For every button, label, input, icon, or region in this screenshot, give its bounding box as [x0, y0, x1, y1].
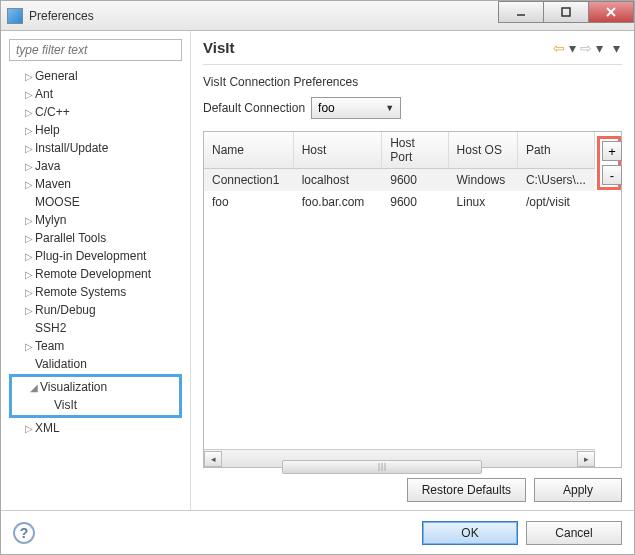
scrollbar-thumb[interactable] — [282, 460, 482, 474]
remove-connection-button[interactable]: - — [602, 165, 622, 185]
tree-item-label: General — [35, 69, 78, 83]
sidebar: ▷General▷Ant▷C/C++▷Help▷Install/Update▷J… — [1, 31, 191, 510]
tree-item-label: XML — [35, 421, 60, 435]
tree-item-c-c-[interactable]: ▷C/C++ — [9, 103, 182, 121]
tree-item-java[interactable]: ▷Java — [9, 157, 182, 175]
cell-os: Windows — [448, 169, 517, 192]
tree-item-label: Remote Systems — [35, 285, 126, 299]
nav-forward-icon[interactable]: ⇨ — [580, 40, 592, 56]
window-title: Preferences — [29, 9, 94, 23]
default-connection-label: Default Connection — [203, 101, 305, 115]
nav-forward-menu[interactable]: ▾ — [596, 40, 603, 56]
arrow-collapsed-icon: ▷ — [23, 107, 35, 118]
cell-port: 9600 — [382, 169, 448, 192]
cell-host: foo.bar.com — [293, 191, 382, 213]
tree-item-general[interactable]: ▷General — [9, 67, 182, 85]
tree-item-label: Visualization — [40, 380, 107, 394]
cell-name: foo — [204, 191, 293, 213]
cell-port: 9600 — [382, 191, 448, 213]
tree-item-label: SSH2 — [35, 321, 66, 335]
tree-item-label: Validation — [35, 357, 87, 371]
col-host[interactable]: Host — [293, 132, 382, 169]
default-connection-value: foo — [318, 101, 335, 115]
filter-input[interactable] — [9, 39, 182, 61]
connections-table: Name Host Host Port Host OS Path Connect… — [203, 131, 622, 468]
tree-item-maven[interactable]: ▷Maven — [9, 175, 182, 193]
add-connection-button[interactable]: + — [602, 141, 622, 161]
help-icon[interactable]: ? — [13, 522, 35, 544]
arrow-collapsed-icon: ▷ — [23, 71, 35, 82]
tree-item-label: Java — [35, 159, 60, 173]
arrow-expanded-icon: ◢ — [28, 382, 40, 393]
col-name[interactable]: Name — [204, 132, 293, 169]
maximize-button[interactable] — [543, 1, 589, 23]
preferences-tree[interactable]: ▷General▷Ant▷C/C++▷Help▷Install/Update▷J… — [9, 67, 182, 437]
col-os[interactable]: Host OS — [448, 132, 517, 169]
bottom-bar: ? OK Cancel — [1, 510, 634, 554]
tree-item-label: Plug-in Development — [35, 249, 146, 263]
tree-item-help[interactable]: ▷Help — [9, 121, 182, 139]
cell-os: Linux — [448, 191, 517, 213]
tree-item-label: Remote Development — [35, 267, 151, 281]
tree-item-label: Maven — [35, 177, 71, 191]
table-row[interactable]: Connection1localhost9600WindowsC:\Users\… — [204, 169, 595, 192]
arrow-collapsed-icon: ▷ — [23, 423, 35, 434]
tree-item-label: MOOSE — [35, 195, 80, 209]
tree-item-label: Parallel Tools — [35, 231, 106, 245]
tree-item-label: Ant — [35, 87, 53, 101]
arrow-collapsed-icon: ▷ — [23, 305, 35, 316]
tree-item-parallel-tools[interactable]: ▷Parallel Tools — [9, 229, 182, 247]
tree-item-remote-systems[interactable]: ▷Remote Systems — [9, 283, 182, 301]
arrow-collapsed-icon: ▷ — [23, 341, 35, 352]
tree-item-xml[interactable]: ▷XML — [9, 419, 182, 437]
arrow-collapsed-icon: ▷ — [23, 161, 35, 172]
minimize-button[interactable] — [498, 1, 544, 23]
col-port[interactable]: Host Port — [382, 132, 448, 169]
page-title: VisIt — [203, 39, 553, 56]
tree-item-run-debug[interactable]: ▷Run/Debug — [9, 301, 182, 319]
close-button[interactable] — [588, 1, 634, 23]
cancel-button[interactable]: Cancel — [526, 521, 622, 545]
nav-back-icon[interactable]: ⇦ — [553, 40, 565, 56]
cell-name: Connection1 — [204, 169, 293, 192]
tree-item-label: Team — [35, 339, 64, 353]
cell-host: localhost — [293, 169, 382, 192]
scroll-left-icon[interactable]: ◂ — [204, 451, 222, 467]
tree-item-label: Mylyn — [35, 213, 66, 227]
arrow-collapsed-icon: ▷ — [23, 125, 35, 136]
chevron-down-icon: ▼ — [385, 103, 394, 113]
arrow-collapsed-icon: ▷ — [23, 287, 35, 298]
tree-item-visit[interactable]: VisIt — [14, 396, 177, 414]
arrow-collapsed-icon: ▷ — [23, 233, 35, 244]
tree-item-ssh2[interactable]: SSH2 — [9, 319, 182, 337]
tree-item-visualization[interactable]: ◢Visualization — [14, 378, 177, 396]
arrow-collapsed-icon: ▷ — [23, 89, 35, 100]
tree-item-validation[interactable]: Validation — [9, 355, 182, 373]
add-remove-highlight: + - — [597, 136, 621, 190]
restore-defaults-button[interactable]: Restore Defaults — [407, 478, 526, 502]
ok-button[interactable]: OK — [422, 521, 518, 545]
view-menu-icon[interactable]: ▾ — [613, 40, 620, 56]
tree-item-mylyn[interactable]: ▷Mylyn — [9, 211, 182, 229]
table-row[interactable]: foofoo.bar.com9600Linux/opt/visit — [204, 191, 595, 213]
arrow-collapsed-icon: ▷ — [23, 215, 35, 226]
horizontal-scrollbar[interactable]: ◂ ▸ — [204, 449, 595, 467]
divider — [203, 64, 622, 65]
apply-button[interactable]: Apply — [534, 478, 622, 502]
default-connection-select[interactable]: foo ▼ — [311, 97, 401, 119]
tree-item-label: Run/Debug — [35, 303, 96, 317]
tree-item-install-update[interactable]: ▷Install/Update — [9, 139, 182, 157]
tree-item-plug-in-development[interactable]: ▷Plug-in Development — [9, 247, 182, 265]
col-path[interactable]: Path — [517, 132, 594, 169]
tree-item-label: Help — [35, 123, 60, 137]
scroll-right-icon[interactable]: ▸ — [577, 451, 595, 467]
arrow-collapsed-icon: ▷ — [23, 143, 35, 154]
page-subtitle: VisIt Connection Preferences — [203, 75, 622, 89]
tree-item-moose[interactable]: MOOSE — [9, 193, 182, 211]
nav-back-menu[interactable]: ▾ — [569, 40, 576, 56]
tree-item-team[interactable]: ▷Team — [9, 337, 182, 355]
cell-path: C:\Users\... — [517, 169, 594, 192]
tree-item-remote-development[interactable]: ▷Remote Development — [9, 265, 182, 283]
tree-item-label: Install/Update — [35, 141, 108, 155]
tree-item-ant[interactable]: ▷Ant — [9, 85, 182, 103]
